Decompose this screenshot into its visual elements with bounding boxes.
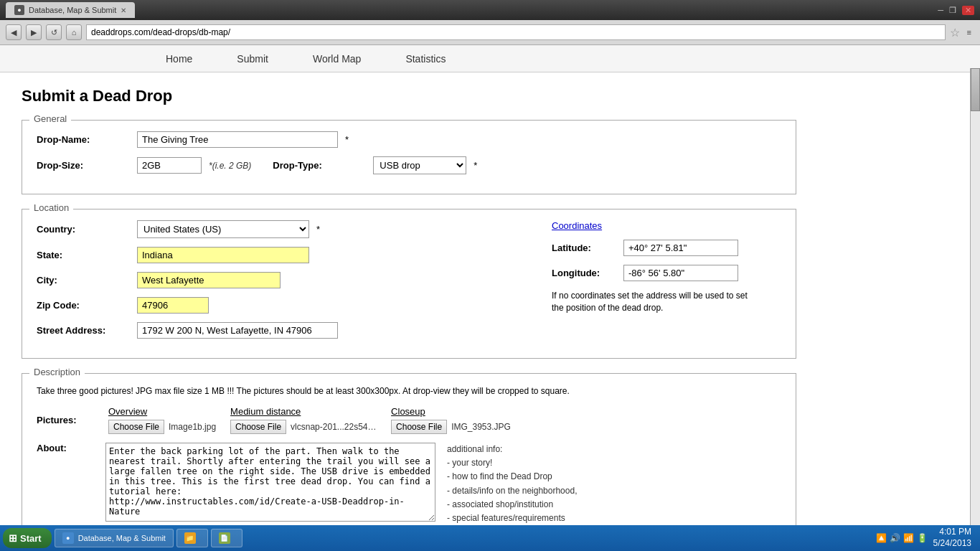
home-btn[interactable]: ⌂ bbox=[66, 24, 82, 40]
url-bar[interactable] bbox=[86, 24, 946, 40]
drop-size-label: Drop-Size: bbox=[37, 160, 130, 171]
closeup-choose-btn[interactable]: Choose File bbox=[391, 420, 447, 434]
zip-input[interactable] bbox=[137, 297, 209, 314]
latitude-input[interactable] bbox=[623, 240, 738, 256]
browser-app-label: Database, Map & Submit bbox=[78, 534, 166, 542]
drop-size-input[interactable] bbox=[137, 157, 202, 174]
taskbar: ⊞ Start ● Database, Map & Submit 📁 📄 🔼 🔊… bbox=[0, 525, 980, 551]
bookmark-star[interactable]: ☆ bbox=[950, 26, 960, 39]
zip-label: Zip Code: bbox=[37, 300, 130, 311]
general-legend: General bbox=[29, 113, 71, 124]
clock-time: 4:01 PM bbox=[933, 527, 971, 538]
closeup-file-row: Choose File IMG_3953.JPG bbox=[391, 420, 511, 434]
closeup-group: Closeup Choose File IMG_3953.JPG bbox=[391, 406, 511, 434]
medium-label: Medium distance bbox=[230, 406, 377, 417]
drop-size-hint: *(i.e. 2 GB) bbox=[209, 161, 251, 171]
state-input[interactable] bbox=[137, 247, 309, 263]
city-input[interactable] bbox=[137, 272, 281, 288]
drop-type-label: Drop-Type: bbox=[273, 160, 366, 171]
city-label: City: bbox=[37, 275, 130, 286]
pictures-label: Pictures: bbox=[37, 415, 94, 425]
overview-label: Overview bbox=[108, 406, 216, 417]
medium-choose-btn[interactable]: Choose File bbox=[230, 420, 286, 434]
taskbar-app-files[interactable]: 📄 bbox=[211, 529, 242, 547]
taskbar-right: 🔼 🔊 📶 🔋 4:01 PM 5/24/2013 bbox=[876, 527, 977, 549]
system-tray: 🔼 🔊 📶 🔋 bbox=[876, 533, 928, 543]
back-btn[interactable]: ◀ bbox=[6, 24, 22, 40]
pictures-row: Pictures: Overview Choose File Image1b.j… bbox=[37, 406, 781, 434]
taskbar-app-explorer[interactable]: 📁 bbox=[176, 529, 208, 547]
close-btn[interactable]: ✕ bbox=[962, 6, 974, 15]
forward-btn[interactable]: ▶ bbox=[26, 24, 42, 40]
longitude-row: Longitude: bbox=[552, 265, 781, 281]
zip-row: Zip Code: bbox=[37, 297, 523, 314]
title-bar: ● Database, Map & Submit ✕ ─ ❒ ✕ bbox=[0, 0, 980, 20]
medium-group: Medium distance Choose File vlcsnap-201.… bbox=[230, 406, 377, 434]
start-button[interactable]: ⊞ Start bbox=[3, 528, 52, 548]
nav-submit[interactable]: Submit bbox=[215, 45, 291, 72]
general-section: General Drop-Name: * Drop-Size: *(i.e. 2… bbox=[22, 120, 796, 194]
medium-file-row: Choose File vlcsnap-201...22s54b.p bbox=[230, 420, 377, 434]
street-input[interactable] bbox=[137, 322, 338, 339]
location-section: Location Country: United States (US) Ger… bbox=[22, 209, 796, 359]
drop-type-select[interactable]: USB drop NFC drop Bluetooth drop WiFi dr… bbox=[373, 156, 466, 174]
latitude-row: Latitude: bbox=[552, 240, 781, 256]
location-right: Coordinates Latitude: Longitude: If no c… bbox=[552, 220, 781, 347]
tray-speaker: 🔊 bbox=[890, 533, 900, 543]
explorer-app-icon: 📁 bbox=[184, 532, 196, 544]
files-app-icon: 📄 bbox=[219, 532, 230, 544]
description-legend: Description bbox=[29, 367, 85, 377]
browser-app-icon: ● bbox=[62, 532, 74, 544]
page-title: Submit a Dead Drop bbox=[22, 87, 796, 105]
overview-file-row: Choose File Image1b.jpg bbox=[108, 420, 216, 434]
tab-title: Database, Map & Submit bbox=[29, 6, 116, 14]
state-row: State: bbox=[37, 247, 523, 263]
scrollbar-thumb[interactable] bbox=[971, 68, 980, 111]
drop-name-input[interactable] bbox=[137, 131, 338, 148]
street-row: Street Address: bbox=[37, 322, 523, 339]
restore-btn[interactable]: ❒ bbox=[949, 6, 956, 15]
scrollbar-track bbox=[970, 68, 980, 525]
taskbar-app-browser[interactable]: ● Database, Map & Submit bbox=[55, 529, 174, 547]
drop-name-row: Drop-Name: * bbox=[37, 131, 781, 148]
city-row: City: bbox=[37, 272, 523, 288]
coords-hint: If no coordinates set the address will b… bbox=[552, 290, 753, 314]
longitude-input[interactable] bbox=[623, 265, 738, 281]
longitude-label: Longitude: bbox=[552, 268, 616, 278]
country-label: Country: bbox=[37, 224, 130, 235]
country-row: Country: United States (US) Germany Fran… bbox=[37, 220, 523, 238]
overview-choose-btn[interactable]: Choose File bbox=[108, 420, 164, 434]
main-content: Submit a Dead Drop General Drop-Name: * … bbox=[0, 72, 818, 551]
latitude-label: Latitude: bbox=[552, 242, 616, 253]
overview-group: Overview Choose File Image1b.jpg bbox=[108, 406, 216, 434]
closeup-label: Closeup bbox=[391, 406, 511, 417]
menu-btn[interactable]: ≡ bbox=[964, 27, 974, 38]
tab-close-btn[interactable]: ✕ bbox=[121, 6, 126, 14]
state-label: State: bbox=[37, 250, 130, 260]
medium-filename: vlcsnap-201...22s54b.p bbox=[291, 422, 377, 432]
drop-name-required: * bbox=[345, 134, 349, 145]
location-legend: Location bbox=[29, 202, 73, 213]
start-label: Start bbox=[20, 533, 42, 544]
country-required: * bbox=[316, 224, 320, 235]
clock-date: 5/24/2013 bbox=[933, 538, 971, 550]
description-hint: Take three good pictures! JPG max file s… bbox=[37, 385, 781, 397]
nav-home[interactable]: Home bbox=[143, 45, 215, 72]
nav-statistics[interactable]: Statistics bbox=[383, 45, 468, 72]
nav-world-map[interactable]: World Map bbox=[291, 45, 383, 72]
about-textarea[interactable]: Enter the back parking lot of the part. … bbox=[105, 443, 435, 522]
drop-size-row: Drop-Size: *(i.e. 2 GB) Drop-Type: USB d… bbox=[37, 156, 781, 174]
tray-icon-1: 🔼 bbox=[876, 533, 887, 543]
browser-chrome: ● Database, Map & Submit ✕ ─ ❒ ✕ ◀ ▶ ↺ ⌂… bbox=[0, 0, 980, 45]
windows-logo: ⊞ bbox=[9, 532, 17, 544]
address-bar: ◀ ▶ ↺ ⌂ ☆ ≡ bbox=[0, 20, 980, 44]
clock: 4:01 PM 5/24/2013 bbox=[933, 527, 971, 549]
minimize-btn[interactable]: ─ bbox=[938, 6, 943, 15]
country-select[interactable]: United States (US) Germany France bbox=[137, 220, 309, 238]
browser-tab[interactable]: ● Database, Map & Submit ✕ bbox=[6, 2, 135, 18]
drop-type-required: * bbox=[473, 160, 477, 171]
overview-filename: Image1b.jpg bbox=[169, 422, 216, 432]
refresh-btn[interactable]: ↺ bbox=[46, 24, 62, 40]
coordinates-link[interactable]: Coordinates bbox=[552, 220, 602, 231]
location-left: Country: United States (US) Germany Fran… bbox=[37, 220, 523, 347]
